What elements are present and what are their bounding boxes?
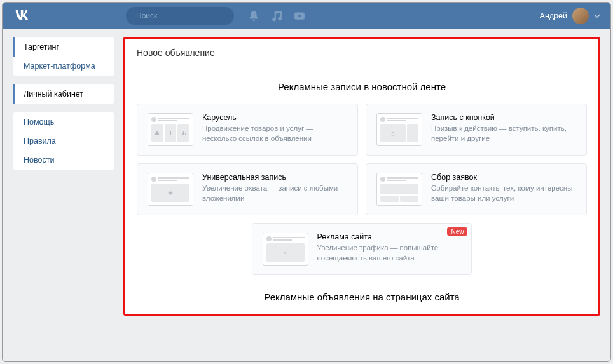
- card-title: Реклама сайта: [317, 233, 462, 241]
- ad-card-leads[interactable]: Сбор заявокСобирайте контакты тех, кому …: [366, 163, 587, 215]
- video-icon[interactable]: [294, 10, 305, 22]
- thumb-leads: [376, 173, 422, 206]
- chevron-down-icon: [594, 13, 600, 19]
- thumb-site: [263, 233, 308, 266]
- sidebar-item-rules[interactable]: Правила: [13, 131, 114, 151]
- thumb-button-post: [376, 113, 422, 146]
- section-title-pages: Рекламные объявления на страницах сайта: [125, 275, 598, 314]
- card-title: Карусель: [202, 113, 347, 122]
- sidebar-item-account[interactable]: Личный кабинет: [13, 84, 114, 104]
- music-icon[interactable]: [271, 10, 282, 22]
- user-menu[interactable]: Андрей: [540, 8, 600, 24]
- sidebar-item-help[interactable]: Помощь: [13, 112, 114, 131]
- top-bar: Андрей: [3, 3, 610, 29]
- sidebar-item-label: Таргетинг: [24, 43, 59, 51]
- sidebar-item-label: Правила: [24, 137, 56, 145]
- sidebar-item-label: Новости: [24, 156, 54, 165]
- sidebar-item-label: Маркет-платформа: [24, 62, 95, 71]
- sidebar-item-market-platform[interactable]: Маркет-платформа: [13, 57, 114, 76]
- ad-card-button-post[interactable]: Запись с кнопкойПризыв к действию — всту…: [366, 104, 587, 156]
- search-input[interactable]: [136, 11, 231, 20]
- card-desc: Собирайте контакты тех, кому интересны в…: [431, 184, 576, 203]
- sidebar-item-targeting[interactable]: Таргетинг: [13, 37, 114, 57]
- ad-card-universal[interactable]: Универсальная записьУвеличение охвата — …: [137, 163, 358, 215]
- card-title: Сбор заявок: [431, 173, 576, 182]
- notifications-icon[interactable]: [248, 10, 259, 22]
- avatar: [572, 8, 589, 24]
- main-panel: Новое объявление Рекламные записи в ново…: [123, 37, 600, 316]
- card-desc: Продвижение товаров и услуг — несколько …: [202, 124, 347, 144]
- card-title: Запись с кнопкой: [431, 113, 576, 122]
- search-box[interactable]: [126, 7, 234, 25]
- sidebar: Таргетинг Маркет-платформа Личный кабине…: [13, 37, 114, 316]
- section-title-feed: Рекламные записи в новостной ленте: [125, 67, 598, 104]
- sidebar-item-news[interactable]: Новости: [13, 151, 114, 170]
- page-title: Новое объявление: [125, 39, 598, 67]
- username: Андрей: [540, 11, 567, 20]
- thumb-universal: [148, 173, 193, 206]
- vk-logo[interactable]: [13, 7, 31, 25]
- card-title: Универсальная запись: [202, 173, 347, 182]
- card-desc: Увеличение охвата — записи с любыми влож…: [202, 184, 347, 203]
- card-desc: Увеличение трафика — повышайте посещаемо…: [317, 243, 462, 263]
- sidebar-item-label: Помощь: [24, 118, 54, 126]
- new-badge: New: [447, 227, 467, 236]
- card-desc: Призыв к действию — вступить, купить, пе…: [431, 124, 576, 144]
- thumb-carousel: [148, 113, 193, 146]
- ad-card-carousel[interactable]: КарусельПродвижение товаров и услуг — не…: [137, 104, 358, 156]
- ad-card-site[interactable]: New Реклама сайтаУвеличение трафика — по…: [252, 223, 472, 275]
- sidebar-item-label: Личный кабинет: [24, 90, 83, 98]
